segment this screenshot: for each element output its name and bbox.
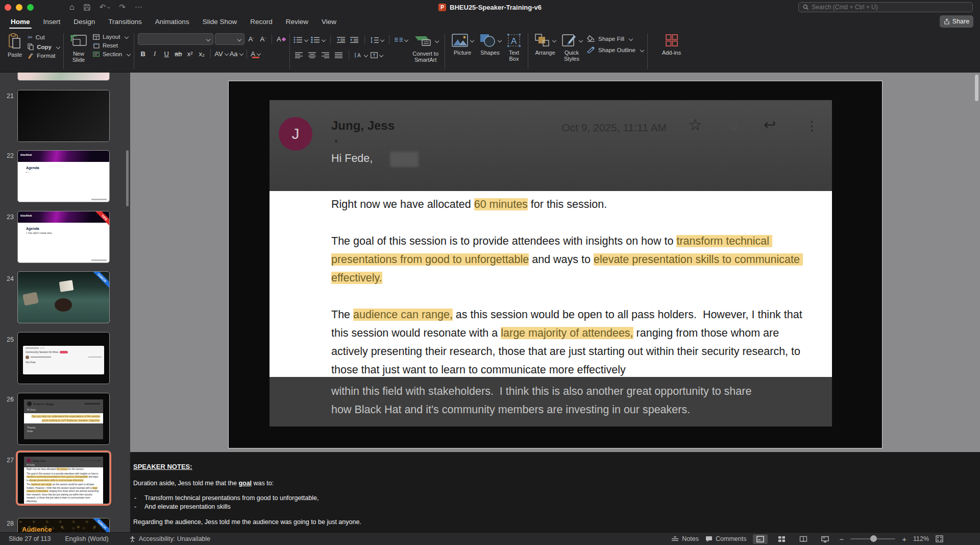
bold-button[interactable]: B <box>138 48 148 59</box>
quick-styles-button[interactable]: Quick Styles <box>558 32 585 63</box>
language-indicator[interactable]: English (World) <box>65 535 108 542</box>
search-box[interactable] <box>798 2 973 12</box>
thumbnail-slide-27-selected[interactable]: Jung, Jess Oct 9, 2025, 11:11 AM Hi Fede… <box>17 452 110 504</box>
minimize-button[interactable] <box>16 4 22 11</box>
arrange-button[interactable]: Arrange <box>532 32 558 57</box>
zoom-window-button[interactable] <box>27 4 34 11</box>
redo-icon[interactable]: ↷ <box>119 0 126 14</box>
tab-record[interactable]: Record <box>243 14 279 30</box>
thumbnail-slide-20[interactable] <box>17 73 110 81</box>
justify-button[interactable] <box>333 50 344 61</box>
thumbnail-slide-21[interactable] <box>17 90 110 142</box>
add-ins-button[interactable]: Add-ins <box>659 32 683 57</box>
tab-view[interactable]: View <box>315 14 343 30</box>
text-box-button[interactable]: A Text Box <box>504 32 524 63</box>
align-text-button[interactable] <box>371 50 383 61</box>
speaker-notes-panel[interactable]: SPEAKER NOTES: Duration aside, Jess told… <box>130 452 980 532</box>
text-direction-button[interactable]: A <box>354 50 368 61</box>
align-center-button[interactable] <box>307 50 317 61</box>
zoom-out-button[interactable]: − <box>839 535 844 543</box>
picture-button[interactable]: Picture <box>449 32 476 57</box>
character-spacing-button[interactable]: AV <box>214 48 228 59</box>
fit-slide-button[interactable] <box>936 535 943 542</box>
tab-home[interactable]: Home <box>4 14 37 30</box>
thumbnail-slide-23[interactable]: blackhat Agenda • You don't need one. TI… <box>17 211 110 263</box>
line-spacing-button[interactable] <box>370 34 384 45</box>
canvas-scrollbar[interactable] <box>975 75 978 101</box>
more-options-icon[interactable]: ⋮ <box>805 119 818 133</box>
zoom-slider-knob[interactable] <box>870 535 877 542</box>
shapes-button[interactable]: Shapes <box>476 32 504 57</box>
title-bar: ⌂ ↶ ↷ ⋯ P BHEU25-Speaker-Training-v6 <box>0 0 980 14</box>
reading-view-button[interactable] <box>796 534 811 544</box>
zoom-level[interactable]: 112% <box>913 535 929 542</box>
home-icon[interactable]: ⌂ <box>69 0 75 14</box>
decrease-indent-button[interactable] <box>336 34 346 45</box>
numbering-button[interactable] <box>311 34 325 45</box>
more-toolbar-icon[interactable]: ⋯ <box>135 0 142 14</box>
thumbnail-slide-25[interactable]: Community Session for bheu Hey Fede. <box>17 332 110 384</box>
font-size-select[interactable] <box>215 33 244 45</box>
format-painter-button[interactable]: Format <box>28 53 60 59</box>
recipient-dropdown-icon[interactable]: ▾ <box>334 137 338 145</box>
slideshow-view-button[interactable] <box>818 534 832 544</box>
change-case-button[interactable]: Aa <box>230 48 243 59</box>
tab-design[interactable]: Design <box>67 14 102 30</box>
bullets-button[interactable] <box>293 34 308 45</box>
shrink-font-button[interactable]: Aˇ <box>258 34 268 45</box>
tab-review[interactable]: Review <box>279 14 315 30</box>
notes-toggle[interactable]: Notes <box>671 535 699 542</box>
new-slide-button[interactable]: New Slide <box>67 32 90 64</box>
thumbnail-slide-28[interactable]: Audience (not Just the Room) COACH <box>17 518 110 532</box>
tab-animations[interactable]: Animations <box>149 14 196 30</box>
underline-button[interactable]: U <box>161 48 172 59</box>
thumbnail-slide-22[interactable]: blackhat Agenda • ... <box>17 150 110 202</box>
grow-font-button[interactable]: Aˆ <box>246 34 256 45</box>
thumbnail-slide-26[interactable]: Federico Maggi Hi Jess, Can you help me … <box>17 393 110 445</box>
tab-slide-show[interactable]: Slide Show <box>196 14 244 30</box>
thumbnail-slide-24[interactable]: COACH <box>17 271 110 323</box>
normal-view-button[interactable] <box>753 534 768 544</box>
undo-icon[interactable]: ↶ <box>100 0 106 14</box>
tab-insert[interactable]: Insert <box>37 14 67 30</box>
font-name-select[interactable] <box>138 33 213 45</box>
share-button[interactable]: Share <box>940 15 973 28</box>
tab-transitions[interactable]: Transitions <box>102 14 149 30</box>
increase-indent-button[interactable] <box>349 34 359 45</box>
section-button[interactable]: Section <box>93 51 130 57</box>
align-right-button[interactable] <box>320 50 330 61</box>
star-icon[interactable]: ☆ <box>688 115 702 134</box>
font-color-button[interactable]: A <box>251 48 261 59</box>
copy-button[interactable]: Copy <box>28 43 60 50</box>
italic-button[interactable]: I <box>150 48 160 59</box>
reset-button[interactable]: Reset <box>93 42 130 49</box>
subscript-button[interactable]: x₂ <box>197 48 207 59</box>
notes-line: Duration aside, Jess told me that the go… <box>133 480 980 487</box>
sidebar-scrollbar[interactable] <box>126 150 129 206</box>
search-input[interactable] <box>812 4 968 11</box>
strikethrough-button[interactable]: ab <box>173 48 183 59</box>
superscript-button[interactable]: x² <box>185 48 195 59</box>
convert-to-smartart-button[interactable]: Convert to SmartArt <box>410 32 441 64</box>
smiley-icon[interactable]: ☺ <box>727 117 741 133</box>
zoom-slider[interactable] <box>850 538 895 539</box>
close-button[interactable] <box>5 4 11 11</box>
comments-toggle[interactable]: Comments <box>705 535 746 542</box>
reply-icon[interactable]: ↩ <box>764 116 776 133</box>
current-slide[interactable]: J Jung, Jess ▾ Oct 9, 2025, 11:11 AM ☆ ☺… <box>228 81 883 448</box>
clear-formatting-button[interactable]: A <box>276 34 286 45</box>
zoom-in-button[interactable]: + <box>902 535 906 543</box>
save-icon[interactable] <box>84 4 90 11</box>
slide-counter[interactable]: Slide 27 of 113 <box>9 535 51 542</box>
cut-button[interactable]: ✂Cut <box>28 34 60 41</box>
ribbon: Paste ✂Cut Copy Format New Slide Layout <box>0 30 980 73</box>
slide-sorter-view-button[interactable] <box>774 534 789 544</box>
shape-outline-button[interactable]: Shape Outline <box>587 46 644 53</box>
columns-button[interactable] <box>395 34 408 45</box>
paste-button[interactable]: Paste <box>5 32 24 59</box>
shape-fill-button[interactable]: Shape Fill <box>587 35 644 42</box>
layout-button[interactable]: Layout <box>93 34 130 40</box>
status-bar: Slide 27 of 113 English (World) Accessib… <box>0 532 980 545</box>
accessibility-status[interactable]: Accessibility: Unavailable <box>129 535 210 542</box>
align-left-button[interactable] <box>293 50 304 61</box>
